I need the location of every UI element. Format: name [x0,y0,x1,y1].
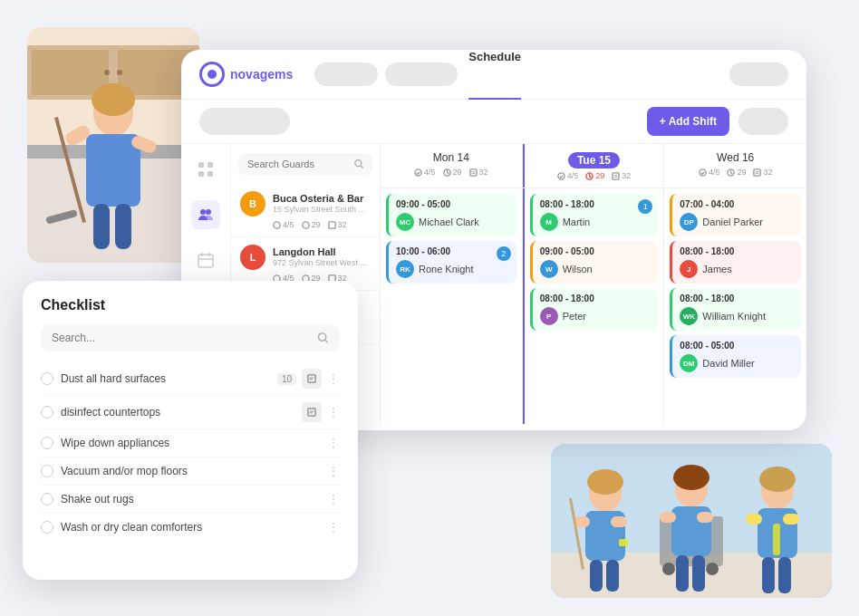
check-circle[interactable] [41,437,53,449]
shift-card[interactable]: 08:00 - 18:00 P Peter [530,288,659,331]
svg-rect-17 [115,204,131,249]
shift-card[interactable]: 09:00 - 05:00 MC Michael Clark [386,194,516,236]
svg-point-95 [318,333,325,341]
wed-files: 32 [753,168,772,177]
more-dots[interactable]: ⋮ [327,436,340,450]
check-label: Shake out rugs [61,493,320,505]
search-input[interactable] [247,159,349,169]
day-header-mon: Mon 14 4/5 29 32 [381,144,523,188]
svg-rect-50 [208,171,213,177]
shift-card[interactable]: 09:00 - 05:00 W Wilson [530,241,659,284]
check-circle[interactable] [41,465,53,477]
svg-rect-41 [746,514,762,525]
tab-1[interactable]: ‌‌‌‌‌‌‌ [314,63,378,86]
mon-time: 29 [443,168,462,177]
checklist-item[interactable]: Wipe down appliances ⋮ [41,429,340,457]
svg-point-39 [759,467,796,492]
search-container [238,153,372,175]
check-label: Wash or dry clean comforters [61,521,320,534]
svg-point-81 [558,172,565,178]
svg-point-5 [104,70,110,75]
checklist-item[interactable]: Wash or dry clean comforters ⋮ [41,514,340,541]
svg-rect-97 [308,375,315,382]
svg-rect-45 [773,524,780,555]
file-icon[interactable] [302,369,322,389]
mon-count: 4/5 [414,168,436,177]
checklist-item[interactable]: Shake out rugs ⋮ [41,486,340,514]
more-dots[interactable]: ⋮ [327,464,340,478]
tab-right[interactable]: ‌‌‌‌‌‌‌ [729,63,788,86]
tue-count: 4/5 [557,171,579,180]
day-name-tue: Tue 15 [568,152,620,168]
team-photo [551,444,832,598]
check-label: Wipe down appliances [61,437,320,449]
guard-item[interactable]: B Buca Osteria & Bar 15 Sylvan Street So… [231,184,380,237]
more-dots[interactable]: ⋮ [327,371,340,386]
checklist-item[interactable]: disinfect countertops ⋮ [41,396,340,429]
tue-files: 32 [612,171,631,180]
day-meta-tue: 4/5 29 32 [536,171,653,180]
shift-card[interactable]: 10:00 - 06:00 RK Rone Knight 2 [386,241,516,284]
more-dots[interactable]: ⋮ [327,492,340,506]
day-meta-mon: 4/5 29 32 [391,168,511,177]
svg-rect-29 [606,560,619,592]
add-shift-button[interactable]: + Add Shift [647,107,729,136]
panel-toolbar: ‌‌‌‌‌‌‌‌‌ + Add Shift ‌‌‌‌‌‌ [181,100,806,144]
grid-header: Mon 14 4/5 29 32 [381,144,806,188]
svg-rect-49 [198,171,204,177]
svg-point-63 [354,160,361,167]
svg-rect-47 [198,162,204,168]
shift-card[interactable]: 07:00 - 04:00 DP Daniel Parker [670,194,801,236]
svg-rect-27 [611,516,627,527]
svg-rect-34 [660,512,676,523]
search-icon [317,332,329,344]
checklist-item[interactable]: Vacuum and/or mop floors ⋮ [41,457,340,486]
file-icon[interactable] [302,402,322,422]
svg-rect-16 [93,204,110,249]
nav-grid-icon[interactable] [191,155,220,184]
checklist-item[interactable]: Dust all hard surfaces 10 ⋮ [41,362,340,396]
more-dots[interactable]: ⋮ [327,405,340,419]
shift-card[interactable]: 08:00 - 18:00 M Martin 1 [530,194,659,236]
svg-line-77 [447,172,449,174]
more-dots[interactable]: ⋮ [327,520,340,534]
nav-team-icon[interactable] [191,200,220,229]
shift-card[interactable]: 08:00 - 05:00 DM David Miller [670,335,801,378]
svg-rect-92 [754,168,760,175]
svg-rect-35 [697,512,713,523]
check-label: Vacuum and/or mop floors [61,465,320,477]
check-label: Dust all hard surfaces [61,372,270,385]
svg-line-84 [590,176,592,178]
grid-body: 09:00 - 05:00 MC Michael Clark 10:00 - 0… [381,188,806,424]
tab-2[interactable]: ‌‌‌‌‌‌‌‌‌ [385,63,458,86]
toolbar-filter1[interactable]: ‌‌‌‌‌‌‌‌‌ [199,108,290,135]
svg-rect-78 [469,168,476,175]
nav-calendar-icon[interactable] [191,245,220,274]
mon-files: 32 [469,168,488,177]
svg-rect-36 [676,555,689,592]
check-label: disinfect countertops [61,406,294,419]
check-circle[interactable] [41,493,53,505]
item-count: 10 [277,373,296,385]
tab-schedule[interactable]: Schedule [468,50,521,100]
day-col-wed: 07:00 - 04:00 DP Daniel Parker 08:00 - 1… [664,188,806,424]
checklist-search-input[interactable] [52,332,310,344]
svg-rect-37 [692,555,705,592]
svg-rect-53 [198,255,213,267]
svg-point-22 [706,563,719,575]
svg-point-24 [587,469,623,495]
shift-card[interactable]: 08:00 - 18:00 WK William Knight [670,288,801,331]
shift-card[interactable]: 08:00 - 18:00 J James [670,241,801,284]
search-icon [354,159,363,169]
toolbar-filter2[interactable]: ‌‌‌‌‌‌ [738,108,788,135]
checklist-title: Checklist [41,297,340,313]
logo: novagems [199,62,293,87]
logo-text: novagems [230,67,293,82]
check-circle[interactable] [41,406,53,419]
check-circle[interactable] [41,521,53,534]
checklist-search [41,324,340,351]
check-circle[interactable] [41,372,53,385]
wed-time: 29 [727,168,746,177]
day-name-wed: Wed 16 [675,151,796,164]
day-meta-wed: 4/5 29 32 [675,168,796,177]
